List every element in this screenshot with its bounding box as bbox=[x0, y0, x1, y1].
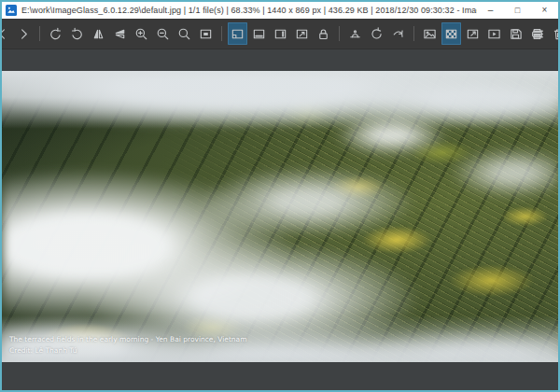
toolbar-divider bbox=[221, 26, 222, 41]
scale-to-fit-button[interactable] bbox=[196, 22, 216, 45]
rotate-counterclockwise-button[interactable] bbox=[46, 22, 65, 45]
window-corner-icon bbox=[231, 27, 245, 41]
caption-credit: Credit: Lê Thanh Tú bbox=[9, 345, 247, 357]
photo[interactable]: The terraced fields in the early morning… bbox=[2, 71, 558, 362]
image-canvas[interactable]: The terraced fields in the early morning… bbox=[2, 49, 558, 390]
magnifier-minus-icon bbox=[156, 27, 170, 41]
window-title: E:\work\ImageGlass_6.0.12.29\default.jpg… bbox=[21, 6, 477, 15]
flip-vertical-button[interactable] bbox=[110, 22, 130, 45]
zoom-in-button[interactable] bbox=[132, 22, 151, 45]
picture-icon bbox=[423, 27, 437, 41]
goto-page-button[interactable] bbox=[388, 22, 408, 45]
edit-icon bbox=[348, 27, 362, 41]
edit-image-button[interactable] bbox=[345, 22, 365, 45]
toolbar-menu-area bbox=[527, 22, 549, 45]
curved-arrow-icon bbox=[391, 27, 405, 41]
thumbnail-panel-button[interactable] bbox=[420, 22, 440, 45]
trash-icon bbox=[552, 27, 560, 41]
delete-image-button[interactable] bbox=[549, 22, 560, 45]
checkerboard-icon bbox=[444, 27, 458, 41]
fullscreen-icon bbox=[466, 27, 480, 41]
slideshow-button[interactable] bbox=[484, 22, 504, 45]
lock-zoom-ratio-button[interactable] bbox=[314, 22, 333, 45]
main-menu-button[interactable] bbox=[528, 22, 548, 45]
toolbar bbox=[2, 19, 558, 49]
hamburger-icon bbox=[531, 27, 545, 41]
window-height-icon bbox=[273, 27, 287, 41]
next-image-button[interactable] bbox=[14, 22, 34, 45]
imageglass-logo-icon bbox=[6, 5, 17, 16]
save-image-button[interactable] bbox=[506, 22, 525, 45]
chevron-left-icon bbox=[0, 27, 9, 41]
checkerboard-background-button[interactable] bbox=[441, 22, 461, 45]
refresh-button[interactable] bbox=[367, 22, 386, 45]
magnifier-plus-icon bbox=[134, 27, 148, 41]
flip-horizontal-icon bbox=[91, 27, 105, 41]
close-button[interactable]: × bbox=[531, 2, 558, 19]
toolbar-divider bbox=[339, 26, 340, 41]
previous-image-button[interactable] bbox=[0, 22, 12, 45]
scale-to-height-button[interactable] bbox=[271, 22, 290, 45]
scale-to-width-button[interactable] bbox=[249, 22, 269, 45]
toolbar-divider bbox=[413, 26, 414, 41]
full-screen-button[interactable] bbox=[463, 22, 483, 45]
rotate-left-icon bbox=[49, 27, 63, 41]
window-adapt-image-button[interactable] bbox=[292, 22, 312, 45]
flip-horizontal-button[interactable] bbox=[89, 22, 108, 45]
flip-vertical-icon bbox=[113, 27, 127, 41]
floppy-icon bbox=[509, 27, 523, 41]
rotate-right-icon bbox=[70, 27, 84, 41]
rotate-clockwise-button[interactable] bbox=[67, 22, 87, 45]
titlebar: E:\work\ImageGlass_6.0.12.29\default.jpg… bbox=[2, 2, 558, 19]
actual-size-button[interactable] bbox=[175, 22, 194, 45]
refresh-icon bbox=[370, 27, 384, 41]
maximize-button[interactable]: □ bbox=[504, 2, 531, 19]
window-controls: – □ × bbox=[477, 2, 558, 19]
photo-fog-top bbox=[2, 71, 558, 129]
toolbar-buttons bbox=[0, 22, 560, 45]
magnifier-icon bbox=[177, 27, 191, 41]
minimize-button[interactable]: – bbox=[477, 2, 504, 19]
photo-caption: The terraced fields in the early morning… bbox=[9, 334, 247, 357]
chevron-right-icon bbox=[17, 27, 31, 41]
auto-zoom-button[interactable] bbox=[228, 22, 247, 45]
caption-line: The terraced fields in the early morning… bbox=[9, 334, 247, 345]
slideshow-icon bbox=[487, 27, 501, 41]
window-arrow-icon bbox=[295, 27, 309, 41]
window-filled-box-icon bbox=[199, 27, 213, 41]
imageglass-window: E:\work\ImageGlass_6.0.12.29\default.jpg… bbox=[0, 0, 560, 392]
toolbar-divider bbox=[39, 26, 40, 41]
window-width-icon bbox=[252, 27, 266, 41]
zoom-out-button[interactable] bbox=[153, 22, 173, 45]
lock-icon bbox=[316, 27, 330, 41]
